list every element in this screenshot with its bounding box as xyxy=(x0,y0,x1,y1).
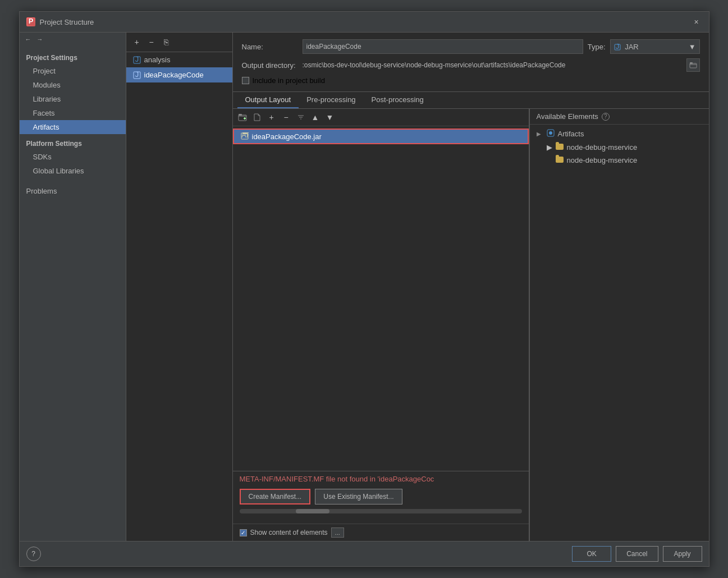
include-build-row: Include in project build xyxy=(242,76,700,85)
svg-text:JAR: JAR xyxy=(241,132,249,139)
sidebar-nav: Project Settings Project Modules Librari… xyxy=(20,46,126,204)
output-remove-button[interactable]: − xyxy=(280,111,292,123)
show-content-row: ✓ Show content of elements ... xyxy=(233,524,529,541)
sidebar-item-project[interactable]: Project xyxy=(20,64,126,78)
sidebar: ← → Project Settings Project Modules Lib… xyxy=(20,33,126,541)
artifact-icon: J xyxy=(133,71,141,79)
name-row: Name: Type: J JAR ▼ xyxy=(242,39,700,54)
type-dropdown-arrow: ▼ xyxy=(689,43,696,51)
artifact-list: J analysis J ideaPackageCode xyxy=(126,52,232,541)
artifact-toolbar: + − ⎘ xyxy=(126,33,232,52)
output-item-jar[interactable]: JAR ideaPackageCode.jar xyxy=(233,129,529,144)
svg-rect-9 xyxy=(690,62,693,64)
help-button[interactable]: ? xyxy=(26,547,41,561)
sidebar-item-facets[interactable]: Facets xyxy=(20,106,126,120)
output-dir-row: Output directory: :osmic\bos-dev-tool\de… xyxy=(242,58,700,72)
output-up-button[interactable]: ▲ xyxy=(309,111,322,123)
browse-button[interactable] xyxy=(686,58,700,72)
show-content-label: Show content of elements xyxy=(250,529,328,536)
title-bar: P Project Structure × xyxy=(20,12,709,33)
tab-pre-processing[interactable]: Pre-processing xyxy=(299,92,363,108)
svg-text:J: J xyxy=(615,44,619,51)
artifact-label: ideaPackageCode xyxy=(144,71,204,79)
sidebar-item-problems[interactable]: Problems xyxy=(20,182,126,200)
ok-button[interactable]: OK xyxy=(572,546,611,562)
title-bar-left: P Project Structure xyxy=(26,17,94,26)
tab-label: Post-processing xyxy=(372,95,424,104)
add-artifact-button[interactable]: + xyxy=(131,36,143,48)
scrollbar-thumb xyxy=(296,509,329,513)
dialog-footer: ? OK Cancel Apply xyxy=(20,541,709,566)
sidebar-item-label: Artifacts xyxy=(33,123,59,131)
include-build-checkbox[interactable] xyxy=(242,77,249,84)
svg-rect-8 xyxy=(690,63,697,68)
sidebar-item-sdks[interactable]: SDKs xyxy=(20,150,126,164)
available-elements-panel: Available Elements ? ▶ xyxy=(529,109,709,541)
apply-button[interactable]: Apply xyxy=(663,546,702,562)
forward-arrow[interactable]: → xyxy=(36,35,44,44)
tree-item-node-debug-1[interactable]: ▶ node-debug-mservice xyxy=(530,141,709,154)
remove-artifact-button[interactable]: − xyxy=(145,36,158,48)
artifact-item-analysis[interactable]: J analysis xyxy=(126,52,232,67)
available-help-icon[interactable]: ? xyxy=(602,113,610,121)
main-panel: Name: Type: J JAR ▼ xyxy=(233,33,709,541)
platform-settings-header: Platform Settings xyxy=(20,134,126,150)
tab-label: Pre-processing xyxy=(306,95,355,104)
svg-point-21 xyxy=(549,131,552,135)
bottom-area: META-INF/MANIFEST.MF file not found in '… xyxy=(233,471,529,541)
available-elements-header: Available Elements ? xyxy=(530,109,709,125)
output-add-button[interactable]: + xyxy=(265,111,278,123)
jar-icon: JAR xyxy=(241,132,249,141)
sidebar-item-label: SDKs xyxy=(33,153,52,161)
folder-icon xyxy=(556,143,564,152)
tree-item-label: Artifacts xyxy=(558,130,584,138)
copy-artifact-button[interactable]: ⎘ xyxy=(160,36,172,48)
output-toolbar: + − ▲ ▼ xyxy=(233,109,529,126)
type-select[interactable]: J JAR ▼ xyxy=(610,39,700,54)
create-manifest-button[interactable]: Create Manifest... xyxy=(240,489,311,504)
type-select-value: J JAR xyxy=(614,43,639,51)
artifact-item-ideapackagecode[interactable]: J ideaPackageCode xyxy=(126,67,232,82)
use-existing-manifest-button[interactable]: Use Existing Manifest... xyxy=(315,489,402,504)
show-content-options-button[interactable]: ... xyxy=(331,527,344,538)
tab-output-layout[interactable]: Output Layout xyxy=(237,92,299,108)
close-button[interactable]: × xyxy=(691,16,702,27)
sidebar-item-modules[interactable]: Modules xyxy=(20,78,126,92)
output-dir-value: :osmic\bos-dev-tool\debug-service\node-d… xyxy=(303,61,682,69)
sidebar-nav-top: ← → xyxy=(20,33,126,46)
cancel-button[interactable]: Cancel xyxy=(616,546,658,562)
tree-item-artifacts[interactable]: ▶ Artifacts xyxy=(530,127,709,141)
artifact-config: Name: Type: J JAR ▼ xyxy=(233,33,709,92)
horizontal-scrollbar[interactable] xyxy=(240,509,522,513)
output-down-button[interactable]: ▼ xyxy=(324,111,336,123)
available-tree: ▶ Artifacts ▶ xyxy=(530,125,709,541)
main-content: ← → Project Settings Project Modules Lib… xyxy=(20,33,709,541)
tree-item-label: node-debug-mservice xyxy=(567,143,638,152)
sidebar-item-global-libraries[interactable]: Global Libraries xyxy=(20,164,126,178)
manifest-buttons: Create Manifest... Use Existing Manifest… xyxy=(233,487,529,507)
sidebar-item-label: Project xyxy=(33,67,56,75)
output-list: JAR ideaPackageCode.jar xyxy=(233,126,529,471)
sidebar-item-artifacts[interactable]: Artifacts xyxy=(20,120,126,134)
tab-label: Output Layout xyxy=(245,95,291,104)
show-content-checkbox[interactable]: ✓ xyxy=(240,529,247,536)
svg-text:P: P xyxy=(28,18,33,25)
output-add-folder-button[interactable] xyxy=(236,111,249,123)
dialog-title: Project Structure xyxy=(40,18,94,26)
name-label: Name: xyxy=(242,43,298,51)
tab-post-processing[interactable]: Post-processing xyxy=(364,92,432,108)
output-add-file-button[interactable] xyxy=(251,111,263,123)
output-layout-area: + − ▲ ▼ xyxy=(233,109,529,541)
artifact-label: analysis xyxy=(144,56,171,64)
artifact-icon: J xyxy=(133,56,141,64)
expand-arrow: ▶ xyxy=(547,143,552,152)
back-arrow[interactable]: ← xyxy=(24,35,33,44)
output-sort-button[interactable] xyxy=(295,111,307,123)
tree-item-node-debug-2[interactable]: ▶ node-debug-mservice xyxy=(530,154,709,167)
scrollbar-container xyxy=(233,507,529,524)
output-dir-label: Output directory: xyxy=(242,61,298,70)
output-item-label: ideaPackageCode.jar xyxy=(252,132,322,141)
sidebar-item-libraries[interactable]: Libraries xyxy=(20,92,126,106)
app-icon: P xyxy=(26,17,35,26)
name-input[interactable] xyxy=(303,39,583,54)
